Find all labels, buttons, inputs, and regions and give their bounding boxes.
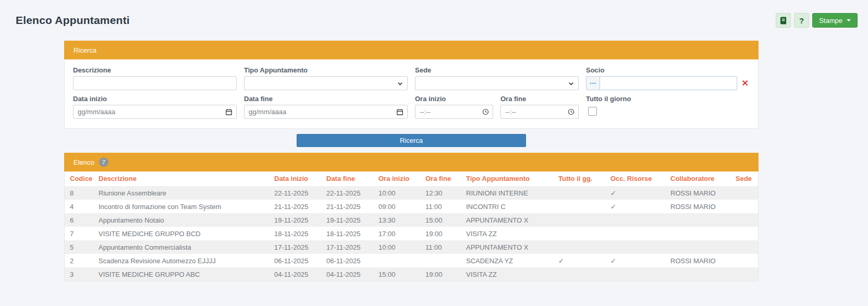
cell-descrizione: Appuntamento Notaio: [93, 213, 269, 227]
cell-data_fine: 04-11-2025: [321, 267, 373, 281]
cell-collaboratore: ROSSI MARIO: [665, 186, 730, 200]
cell-occ_risorse: [605, 213, 665, 227]
cell-data_fine: 17-11-2025: [321, 240, 373, 254]
search-form: Descrizione Tipo Appuntamento Sede: [65, 59, 758, 128]
socio-lookup-button[interactable]: •••: [586, 76, 600, 90]
cell-codice: 4: [65, 200, 93, 213]
field-tutto-il-giorno: Tutto il giorno: [586, 95, 750, 119]
ricerca-button[interactable]: Ricerca: [297, 134, 526, 147]
cell-data_fine: 22-11-2025: [321, 186, 373, 200]
cell-collaboratore: ROSSI MARIO: [665, 254, 730, 267]
cell-collaboratore: [665, 213, 730, 227]
ora-fine-input[interactable]: [500, 105, 579, 119]
cell-codice: 6: [65, 213, 93, 227]
cell-tutto_il_gg: [553, 240, 605, 254]
ora-fine-label: Ora fine: [500, 95, 579, 103]
list-panel-header: Elenco 7: [64, 153, 759, 172]
column-header-ora_inizio[interactable]: Ora inizio: [373, 172, 420, 186]
field-tipo-appuntamento: Tipo Appuntamento: [244, 66, 408, 90]
topbar: Elenco Appuntamenti ? Stampe: [0, 0, 868, 28]
manual-button[interactable]: [776, 13, 791, 28]
cell-data_inizio: 19-11-2025: [269, 213, 321, 227]
table-row[interactable]: 5Appuntamento Commercialista17-11-202517…: [65, 240, 758, 254]
data-inizio-input[interactable]: [73, 105, 237, 119]
column-header-collaboratore[interactable]: Collaboratore: [665, 172, 730, 186]
socio-input[interactable]: [600, 76, 737, 90]
topbar-actions: ? Stampe: [776, 13, 858, 28]
table-row[interactable]: 8Riunione Assembleare22-11-202522-11-202…: [65, 186, 758, 200]
cell-ora_inizio: 10:00: [373, 186, 420, 200]
cell-tutto_il_gg: [553, 227, 605, 240]
caret-down-icon: [847, 19, 851, 21]
column-header-data_fine[interactable]: Data fine: [321, 172, 373, 186]
cell-tutto_il_gg: ✓: [553, 254, 605, 267]
cell-occ_risorse: ✓: [605, 254, 665, 267]
tipo-appuntamento-select[interactable]: [244, 76, 408, 90]
cell-ora_inizio: 15:00: [373, 267, 420, 281]
data-fine-label: Data fine: [244, 95, 408, 103]
column-header-data_inizio[interactable]: Data inizio: [269, 172, 321, 186]
cell-descrizione: Incontro di formazione con Team System: [93, 200, 269, 213]
cell-tipo_appuntamento: RIUNIONI INTERNE: [461, 186, 553, 200]
socio-label: Socio: [586, 66, 750, 74]
field-sede: Sede: [415, 66, 579, 90]
descrizione-label: Descrizione: [73, 66, 237, 74]
ellipsis-icon: •••: [590, 81, 596, 86]
data-inizio-label: Data inizio: [73, 95, 237, 103]
page-title: Elenco Appuntamenti: [16, 14, 130, 27]
cell-occ_risorse: [605, 267, 665, 281]
cell-sede: [730, 213, 758, 227]
column-header-codice[interactable]: Codice: [65, 172, 93, 186]
cell-occ_risorse: ✓: [605, 186, 665, 200]
cell-collaboratore: ROSSI MARIO: [665, 200, 730, 213]
cell-sede: [730, 186, 758, 200]
descrizione-input[interactable]: [73, 76, 237, 90]
cell-ora_fine: 11:00: [420, 200, 461, 213]
help-button[interactable]: ?: [794, 13, 809, 28]
column-header-descrizione[interactable]: Descrizione: [93, 172, 269, 186]
tutto-il-giorno-checkbox[interactable]: [588, 107, 597, 116]
column-header-sede[interactable]: Sede: [730, 172, 758, 186]
cell-sede: [730, 200, 758, 213]
cell-collaboratore: [665, 227, 730, 240]
table-row[interactable]: 3VISITE MEDICHE GRUPPO ABC04-11-202504-1…: [65, 267, 758, 281]
list-panel: Elenco 7 CodiceDescrizioneData inizioDat…: [64, 153, 759, 281]
sede-label: Sede: [415, 66, 579, 74]
main-content: Ricerca Descrizione Tipo Appuntamento: [64, 41, 759, 281]
stampe-button[interactable]: Stampe: [812, 13, 858, 28]
sede-select[interactable]: [415, 76, 579, 90]
column-header-tutto_il_gg[interactable]: Tutto il gg.: [553, 172, 605, 186]
tutto-il-giorno-label: Tutto il giorno: [586, 95, 750, 103]
table-row[interactable]: 7VISITE MEDICHE GRUPPO BCD18-11-202518-1…: [65, 227, 758, 240]
cell-tutto_il_gg: [553, 267, 605, 281]
cell-data_inizio: 18-11-2025: [269, 227, 321, 240]
column-header-tipo_appuntamento[interactable]: Tipo Appuntamento: [461, 172, 553, 186]
cell-descrizione: Riunione Assembleare: [93, 186, 269, 200]
cell-tutto_il_gg: [553, 200, 605, 213]
clock-icon[interactable]: [482, 108, 489, 115]
socio-clear-button[interactable]: ✕: [741, 79, 750, 88]
calendar-icon[interactable]: [225, 108, 233, 116]
ora-inizio-input[interactable]: [415, 105, 493, 119]
cell-sede: [730, 267, 758, 281]
cell-tipo_appuntamento: VISITA ZZ: [461, 267, 553, 281]
search-panel: Ricerca Descrizione Tipo Appuntamento: [64, 41, 759, 129]
column-header-occ_risorse[interactable]: Occ. Risorse: [605, 172, 665, 186]
field-ora-inizio: Ora inizio: [415, 95, 493, 119]
clock-icon[interactable]: [568, 108, 574, 115]
column-header-ora_fine[interactable]: Ora fine: [420, 172, 461, 186]
field-ora-fine: Ora fine: [500, 95, 579, 119]
cell-ora_fine: 19:00: [420, 267, 461, 281]
table-row[interactable]: 2Scadenza Revisione Automezzo EJJJJ06-11…: [65, 254, 758, 267]
table-row[interactable]: 4Incontro di formazione con Team System2…: [65, 200, 758, 213]
cell-ora_inizio: 13:30: [373, 213, 420, 227]
table-row[interactable]: 6Appuntamento Notaio19-11-202519-11-2025…: [65, 213, 758, 227]
cell-descrizione: VISITE MEDICHE GRUPPO ABC: [93, 267, 269, 281]
cell-ora_fine: 19:00: [420, 227, 461, 240]
cell-codice: 3: [65, 267, 93, 281]
search-panel-title: Ricerca: [74, 46, 96, 54]
calendar-icon[interactable]: [396, 108, 404, 116]
data-fine-input[interactable]: [244, 105, 408, 119]
cell-codice: 7: [65, 227, 93, 240]
appointments-table: CodiceDescrizioneData inizioData fineOra…: [65, 172, 758, 281]
